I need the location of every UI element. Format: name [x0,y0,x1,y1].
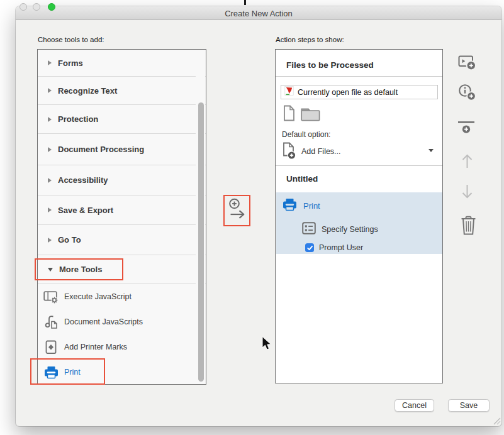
cancel-button[interactable]: Cancel [395,399,434,412]
category-accessibility[interactable]: Accessibility [38,165,206,195]
substep-prompt-user[interactable]: Prompt User [276,240,442,256]
divider [276,76,442,77]
trash-icon[interactable] [460,215,477,238]
tool-execute-javascript[interactable]: Execute JavaScript [38,284,206,309]
scrollbar-thumb[interactable] [198,102,204,382]
category-go-to[interactable]: Go To [38,225,206,255]
divider [276,165,442,166]
category-protection[interactable]: Protection [38,105,206,134]
add-instruction-icon[interactable] [458,84,478,104]
action-steps-label: Action steps to show: [276,36,344,43]
add-panel-icon[interactable] [458,54,478,74]
annotation-rect-add-step [223,195,250,226]
specify-settings-label: Specify Settings [322,225,378,234]
screenshot-artifact-tick [244,0,246,5]
annotation-rect-more-tools [35,258,123,280]
folder-icon[interactable] [301,107,320,124]
tool-document-javascripts[interactable]: Document JavaScripts [38,309,206,334]
add-files-label: Add Files... [301,147,341,156]
chevron-down-icon [428,149,434,152]
check-icon [306,245,313,251]
action-name-header: Untitled [286,174,318,184]
prompt-user-checkbox[interactable] [305,243,314,252]
chevron-right-icon [48,60,52,65]
step-print[interactable]: Print [276,195,442,216]
substep-specify-settings[interactable]: Specify Settings [276,221,442,238]
default-file-field[interactable]: Currently open file as default [281,85,438,99]
category-forms[interactable]: Forms [38,50,206,77]
save-button[interactable]: Save [448,399,490,412]
tools-listbox: Forms Recognize Text Protection Document… [37,49,206,385]
move-down-icon[interactable] [461,184,474,202]
specify-settings-icon [302,222,316,237]
default-file-label: Currently open file as default [298,88,398,97]
choose-tools-label: Choose tools to add: [38,36,104,43]
chevron-right-icon [48,117,52,122]
default-option-label: Default option: [282,130,330,139]
resize-grip[interactable] [493,416,501,427]
tool-add-printer-marks[interactable]: Add Printer Marks [38,334,206,360]
chevron-right-icon [48,147,52,152]
add-printer-marks-icon [43,340,59,355]
category-document-processing[interactable]: Document Processing [38,134,206,165]
category-save-export[interactable]: Save & Export [38,195,206,225]
print-icon [283,198,297,214]
chevron-right-icon [48,238,52,243]
step-print-label: Print [303,201,320,211]
add-files-dropdown[interactable]: Add Files... [276,141,442,162]
add-divider-icon[interactable] [457,121,475,138]
mouse-cursor [262,336,272,354]
chevron-right-icon [48,88,52,93]
chevron-right-icon [48,178,52,183]
category-recognize-text[interactable]: Recognize Text [38,77,206,105]
page-icon[interactable] [283,105,296,124]
execute-javascript-icon [43,290,59,304]
action-steps-box: Files to be Processed Currently open fil… [275,49,443,383]
chevron-right-icon [48,207,52,212]
add-files-icon [282,142,297,162]
pdf-file-icon [284,86,294,98]
files-section-header: Files to be Processed [286,60,374,70]
window-title: Create New Action [16,9,501,18]
prompt-user-label: Prompt User [319,243,363,252]
annotation-rect-print-tool [30,358,105,385]
document-javascripts-icon [43,315,59,329]
move-up-icon[interactable] [461,153,474,172]
